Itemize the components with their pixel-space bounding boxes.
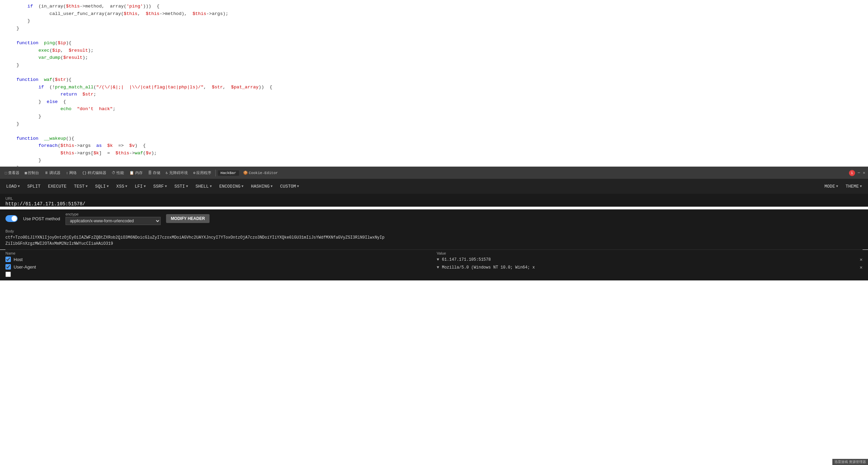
- code-line: foreach($this->args as $k => $v) {: [5, 142, 863, 150]
- debugger-icon: ⏸: [44, 171, 48, 175]
- code-line: }: [5, 164, 863, 167]
- execute-button[interactable]: EXECUTE: [44, 183, 70, 190]
- custom-label: CUSTOM: [280, 184, 296, 189]
- useragent-name: User-Agent: [14, 264, 54, 270]
- load-arrow: ▼: [18, 185, 20, 188]
- code-line: function waf($str){: [5, 76, 863, 84]
- enctype-label: enctype: [66, 212, 161, 216]
- lfi-button[interactable]: LFI ▼: [131, 183, 149, 190]
- hashing-label: HASHING: [251, 184, 270, 189]
- useragent-value-row: ▼ Mozilla/5.0 (Windows NT 10.0; Win64; x…: [437, 264, 863, 270]
- performance-icon: ⏱: [112, 171, 115, 175]
- console-icon: ▦: [25, 171, 27, 175]
- hashing-button[interactable]: HASHING ▼: [248, 183, 276, 190]
- mode-label: MODE: [825, 184, 835, 189]
- xss-arrow: ▼: [125, 185, 127, 188]
- ssti-button[interactable]: SSTI ▼: [171, 183, 191, 190]
- test-button[interactable]: TEST ▼: [71, 183, 91, 190]
- header-row-useragent: User-Agent: [5, 264, 431, 270]
- header-right-col: Value ▼ 61.147.171.105:51578 ✕ ▼ Mozilla…: [431, 251, 863, 279]
- host-dropdown-arrow[interactable]: ▼: [437, 257, 439, 262]
- toolbar-apps[interactable]: ⚙ 应用程序: [191, 170, 214, 176]
- cookie-editor-label: Cookie-Editor: [249, 171, 278, 175]
- toolbar-debugger-label: 调试器: [49, 170, 60, 175]
- sqli-button[interactable]: SQLI ▼: [92, 183, 112, 190]
- toolbar-network[interactable]: ↕ 网络: [64, 170, 79, 176]
- xss-button[interactable]: XSS ▼: [113, 183, 130, 190]
- hashing-arrow: ▼: [271, 185, 273, 188]
- toolbar-inspect[interactable]: ⬚ 查看器: [3, 170, 21, 176]
- code-line: return $str;: [5, 91, 863, 98]
- header-left-col: Name Host User-Agent: [5, 251, 431, 279]
- hackbar-tab[interactable]: HackBar: [218, 170, 239, 176]
- code-line: } else {: [5, 98, 863, 106]
- split-label: SPLIT: [27, 184, 40, 189]
- post-toggle[interactable]: [5, 215, 18, 222]
- modify-header-button[interactable]: MODIFY HEADER: [166, 214, 210, 223]
- toolbar-performance[interactable]: ⏱ 性能: [110, 170, 126, 176]
- memory-icon: 📋: [129, 171, 134, 175]
- host-delete[interactable]: ✕: [860, 257, 863, 262]
- mode-arrow: ▼: [836, 185, 838, 188]
- header-row-empty: [5, 272, 431, 277]
- toolbar-right: 1 ⋯ ✕: [849, 170, 865, 176]
- empty-checkbox[interactable]: [5, 272, 11, 277]
- encoding-button[interactable]: ENCODING ▼: [216, 183, 247, 190]
- body-section: Body ctf=Tzo0OiJlYXNlIjoyOntzOjEyOiIAZWF…: [0, 228, 868, 249]
- enctype-select-row: application/x-www-form-urlencoded multip…: [66, 217, 161, 225]
- error-count: 1: [851, 171, 853, 175]
- apps-icon: ⚙: [193, 171, 196, 175]
- encoding-label: ENCODING: [219, 184, 240, 189]
- body-value[interactable]: ctf=Tzo0OiJlYXNlIjoyOntzOjEyOiIAZWFzZQBt…: [5, 235, 863, 247]
- url-section: URL http://61.147.171.105:51578/: [0, 194, 868, 207]
- ssrf-button[interactable]: SSRF ▼: [150, 183, 170, 190]
- sqli-label: SQLI: [95, 184, 106, 189]
- split-button[interactable]: SPLIT: [24, 183, 44, 190]
- toolbar-inspect-label: 查看器: [8, 170, 19, 175]
- toolbar-debugger[interactable]: ⏸ 调试器: [42, 170, 62, 176]
- toolbar-more[interactable]: ⋯: [858, 170, 860, 175]
- code-line: [5, 127, 863, 135]
- inspect-icon: ⬚: [5, 171, 7, 175]
- code-line: if (!preg_match_all("/(\/|&|;| |\\/|cat|…: [5, 84, 863, 91]
- theme-button[interactable]: THEME ▼: [842, 183, 865, 190]
- hackbar-toolbar: LOAD ▼ SPLIT EXECUTE TEST ▼ SQLI ▼ XSS ▼…: [0, 179, 868, 194]
- code-line: }: [5, 17, 863, 25]
- custom-button[interactable]: CUSTOM ▼: [277, 183, 303, 190]
- custom-arrow: ▼: [297, 185, 299, 188]
- code-line: var_dump($result);: [5, 54, 863, 62]
- header-row-host: Host: [5, 257, 431, 262]
- test-arrow: ▼: [86, 185, 88, 188]
- xss-label: XSS: [116, 184, 124, 189]
- code-line: function ping($ip){: [5, 39, 863, 47]
- toolbar-console[interactable]: ▦ 控制台: [23, 170, 41, 176]
- toolbar-close[interactable]: ✕: [863, 170, 865, 175]
- host-value[interactable]: 61.147.171.105:51578: [442, 257, 857, 262]
- lfi-label: LFI: [135, 184, 143, 189]
- toolbar-accessibility[interactable]: ♿ 无障碍环境: [164, 170, 190, 176]
- code-line: }: [5, 25, 863, 32]
- load-button[interactable]: LOAD ▼: [3, 183, 23, 190]
- url-value[interactable]: http://61.147.171.105:51578/: [5, 201, 863, 207]
- host-checkbox[interactable]: [5, 257, 11, 262]
- test-label: TEST: [74, 184, 85, 189]
- toolbar-style[interactable]: {} 样式编辑器: [80, 170, 108, 176]
- toolbar-a11y-label: 无障碍环境: [169, 170, 188, 175]
- toolbar-memory[interactable]: 📋 内存: [127, 170, 145, 176]
- body-label: Body: [5, 229, 863, 233]
- toolbar-memory-label: 内存: [135, 170, 143, 175]
- toolbar-perf-label: 性能: [116, 170, 124, 175]
- cookie-editor-tab[interactable]: 🍪 Cookie-Editor: [240, 170, 281, 176]
- host-value-row: ▼ 61.147.171.105:51578 ✕: [437, 257, 863, 262]
- mode-button[interactable]: MODE ▼: [821, 183, 842, 190]
- toolbar-storage[interactable]: 🗄 存储: [146, 170, 162, 176]
- useragent-checkbox[interactable]: [5, 264, 11, 270]
- value-col-label: Value: [437, 251, 863, 255]
- enctype-select[interactable]: application/x-www-form-urlencoded multip…: [66, 217, 161, 225]
- useragent-value[interactable]: Mozilla/5.0 (Windows NT 10.0; Win64; x: [442, 265, 857, 270]
- useragent-dropdown-arrow[interactable]: ▼: [437, 265, 439, 270]
- shell-button[interactable]: SHELL ▼: [192, 183, 215, 190]
- theme-arrow: ▼: [860, 185, 862, 188]
- useragent-delete[interactable]: ✕: [860, 264, 863, 270]
- load-label: LOAD: [6, 184, 17, 189]
